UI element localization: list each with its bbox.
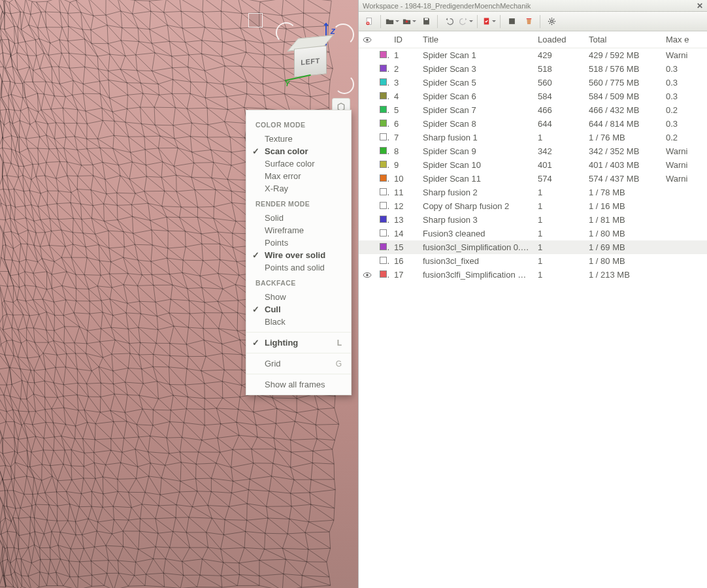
option-backface-black[interactable]: Black [246, 316, 351, 328]
frame-selection-icon[interactable] [248, 13, 263, 27]
save-button[interactable] [418, 14, 434, 29]
color-swatch-cell[interactable] [376, 227, 390, 240]
table-row[interactable]: 5Spider Scan 7466466 / 432 MB0.2 [359, 103, 707, 117]
table-row[interactable]: 17fusion3clfi_Simplification 0.0211 / 21… [359, 268, 707, 282]
color-swatch-cell[interactable] [376, 48, 390, 63]
color-swatch-cell[interactable] [376, 268, 390, 282]
undo-button[interactable] [441, 14, 457, 29]
option-solid[interactable]: Solid [246, 212, 351, 224]
color-swatch-cell[interactable] [376, 103, 390, 117]
color-swatch-cell[interactable] [376, 76, 390, 90]
orientation-widget[interactable]: Z LEFT Y [280, 20, 352, 98]
option-lighting[interactable]: ✓LightingL [246, 336, 351, 349]
open-button[interactable] [384, 14, 400, 29]
color-swatch-cell[interactable] [376, 199, 390, 213]
svg-line-3082 [123, 547, 139, 549]
option-grid[interactable]: GridG [246, 357, 351, 370]
option-backface-cull[interactable]: ✓Cull [246, 303, 351, 316]
option-scan-color[interactable]: ✓Scan color [246, 145, 351, 157]
option-xray[interactable]: X-Ray [246, 182, 351, 195]
option-wireframe[interactable]: Wireframe [246, 224, 351, 237]
orbit-arc-icon[interactable] [335, 74, 354, 94]
table-row[interactable]: 3Spider Scan 5560560 / 775 MB0.3 [359, 76, 707, 90]
col-id[interactable]: ID [390, 31, 419, 48]
scan-table-wrap[interactable]: ID Title Loaded Total Max e 1Spider Scan… [359, 31, 707, 588]
table-row[interactable]: 4Spider Scan 6584584 / 509 MB0.3 [359, 90, 707, 103]
color-swatch-cell[interactable] [376, 117, 390, 131]
col-color[interactable] [376, 31, 390, 48]
table-row[interactable]: 9Spider Scan 10401401 / 403 MBWarni [359, 158, 707, 172]
visibility-cell[interactable] [359, 76, 376, 90]
undo-icon [444, 16, 454, 26]
svg-line-1780 [90, 314, 101, 329]
table-row[interactable]: 12Copy of Sharp fusion 211 / 16 MB [359, 199, 707, 213]
col-loaded[interactable]: Loaded [534, 31, 585, 48]
orient-cube-face[interactable]: LEFT [294, 45, 327, 77]
close-button[interactable]: ✕ [697, 1, 703, 10]
visibility-cell[interactable] [359, 117, 376, 131]
option-points[interactable]: Points [246, 237, 351, 249]
option-backface-show[interactable]: Show [246, 291, 351, 303]
color-swatch-cell[interactable] [376, 62, 390, 76]
visibility-cell[interactable] [359, 62, 376, 76]
visibility-cell[interactable] [359, 199, 376, 213]
color-swatch-cell[interactable] [376, 240, 390, 254]
table-row[interactable]: 7Sharp fusion 111 / 76 MB0.2 [359, 131, 707, 144]
validate-button[interactable] [481, 14, 497, 29]
color-swatch-cell[interactable] [376, 144, 390, 158]
table-row[interactable]: 10Spider Scan 11574574 / 437 MBWarni [359, 172, 707, 186]
table-row[interactable]: 2Spider Scan 3518518 / 576 MB0.3 [359, 62, 707, 76]
import-button[interactable] [401, 14, 417, 29]
option-show-all-frames[interactable]: Show all frames [246, 378, 351, 391]
svg-line-573 [110, 98, 127, 108]
option-surface-color[interactable]: Surface color [246, 157, 351, 170]
orbit-arc-icon[interactable] [332, 24, 354, 46]
table-row[interactable]: 14Fusion3 cleaned11 / 80 MB [359, 227, 707, 240]
col-max-error[interactable]: Max e [662, 31, 707, 48]
visibility-cell[interactable] [359, 268, 376, 282]
settings-button[interactable] [544, 14, 559, 29]
new-button[interactable] [361, 14, 377, 29]
col-total[interactable]: Total [585, 31, 662, 48]
redo-button[interactable] [458, 14, 474, 29]
visibility-cell[interactable] [359, 158, 376, 172]
visibility-cell[interactable] [359, 254, 376, 268]
color-swatch-cell[interactable] [376, 158, 390, 172]
color-swatch-cell[interactable] [376, 172, 390, 186]
visibility-cell[interactable] [359, 213, 376, 227]
option-points-and-solid[interactable]: Points and solid [246, 261, 351, 274]
visibility-cell[interactable] [359, 90, 376, 103]
visibility-cell[interactable] [359, 227, 376, 240]
visibility-cell[interactable] [359, 186, 376, 199]
viewport-3d[interactable]: Z LEFT Y COLOR MODE Texture ✓Scan color … [0, 0, 358, 588]
option-texture[interactable]: Texture [246, 133, 351, 145]
table-row[interactable]: 6Spider Scan 8644644 / 814 MB0.3 [359, 117, 707, 131]
table-row[interactable]: 11Sharp fusion 211 / 78 MB [359, 186, 707, 199]
visibility-cell[interactable] [359, 144, 376, 158]
table-row[interactable]: 1Spider Scan 1429429 / 592 MBWarni [359, 48, 707, 63]
color-swatch-cell[interactable] [376, 131, 390, 144]
maximize-button[interactable] [504, 14, 519, 29]
svg-line-2035 [222, 353, 242, 370]
color-swatch-cell[interactable] [376, 254, 390, 268]
color-swatch-cell[interactable] [376, 90, 390, 103]
visibility-cell[interactable] [359, 172, 376, 186]
color-swatch-cell[interactable] [376, 186, 390, 199]
option-max-error[interactable]: Max error [246, 170, 351, 182]
color-swatch-cell[interactable] [376, 213, 390, 227]
visibility-cell[interactable] [359, 48, 376, 63]
table-row[interactable]: 8Spider Scan 9342342 / 352 MBWarni [359, 144, 707, 158]
table-row[interactable]: 15fusion3cl_Simplification 0.0211 / 69 M… [359, 240, 707, 254]
table-header-row[interactable]: ID Title Loaded Total Max e [359, 31, 707, 48]
col-title[interactable]: Title [419, 31, 534, 48]
delete-button[interactable] [521, 14, 536, 29]
orbit-arc-icon[interactable] [276, 22, 297, 43]
workspace-titlebar[interactable]: Workspace - 1984-18_PredigenderMoenchMec… [359, 0, 707, 12]
table-row[interactable]: 16fusion3cl_fixed11 / 80 MB [359, 254, 707, 268]
table-row[interactable]: 13Sharp fusion 311 / 81 MB [359, 213, 707, 227]
option-wire-over-solid[interactable]: ✓Wire over solid [246, 249, 351, 261]
visibility-cell[interactable] [359, 131, 376, 144]
visibility-cell[interactable] [359, 103, 376, 117]
visibility-cell[interactable] [359, 240, 376, 254]
col-visibility[interactable] [359, 31, 376, 48]
